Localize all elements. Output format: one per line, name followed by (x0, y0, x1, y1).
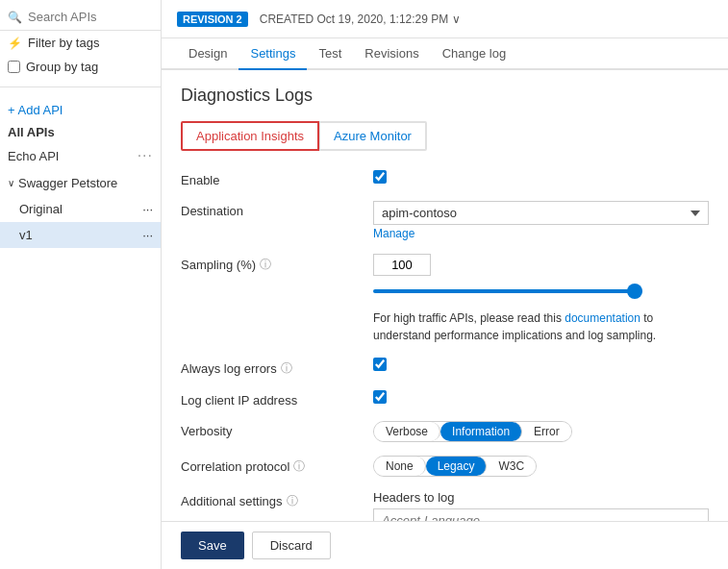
always-log-row: Always log errors ⓘ (181, 358, 709, 377)
headers-label: Headers to log (373, 490, 709, 505)
search-icon: 🔍 (8, 11, 22, 24)
group-checkbox[interactable] (8, 61, 20, 73)
sidebar-item-v1[interactable]: v1 ··· (0, 222, 161, 248)
sampling-label: Sampling (%) ⓘ (181, 254, 373, 273)
created-text: CREATED Oct 19, 2020, 1:12:29 PM (260, 12, 449, 26)
manage-link[interactable]: Manage (373, 227, 709, 240)
sidebar: 🔍 ⚡ Filter by tags Group by tag + Add AP… (0, 0, 162, 569)
top-bar: REVISION 2 CREATED Oct 19, 2020, 1:12:29… (162, 0, 728, 38)
log-client-ip-label: Log client IP address (181, 390, 373, 408)
tab-settings[interactable]: Settings (238, 38, 307, 70)
discard-button[interactable]: Discard (252, 532, 331, 559)
content-area: Diagnostics Logs Application Insights Az… (162, 70, 728, 521)
always-log-label: Always log errors ⓘ (181, 358, 373, 377)
all-apis-label: All APIs (0, 121, 161, 141)
correlation-group: None Legacy W3C (373, 456, 537, 477)
sampling-row: Sampling (%) ⓘ 100 (181, 254, 709, 296)
verbosity-verbose[interactable]: Verbose (374, 422, 440, 441)
documentation-link[interactable]: documentation (565, 311, 640, 325)
destination-label: Destination (181, 201, 373, 218)
echo-api-label: Echo API (8, 149, 59, 163)
sub-tab-azure-monitor[interactable]: Azure Monitor (319, 121, 427, 151)
tab-revisions[interactable]: Revisions (353, 38, 430, 70)
slider-container (373, 282, 709, 296)
additional-settings-label: Additional settings ⓘ (181, 490, 373, 509)
nav-tabs: Design Settings Test Revisions Change lo… (162, 38, 728, 70)
sub-tab-app-insights[interactable]: Application Insights (181, 121, 319, 151)
enable-checkbox[interactable] (373, 170, 387, 184)
always-log-info-icon[interactable]: ⓘ (281, 360, 292, 377)
log-client-ip-checkbox[interactable] (373, 390, 387, 404)
correlation-w3c[interactable]: W3C (487, 457, 536, 476)
correlation-row: Correlation protocol ⓘ None Legacy W3C (181, 456, 709, 477)
verbosity-control: Verbose Information Error (373, 421, 709, 442)
enable-row: Enable (181, 170, 709, 187)
revision-badge: REVISION 2 (177, 12, 248, 27)
enable-control (373, 170, 709, 186)
log-client-ip-control (373, 390, 709, 407)
verbosity-information[interactable]: Information (440, 422, 522, 441)
destination-select[interactable]: apim-contoso (373, 201, 709, 225)
main-panel: REVISION 2 CREATED Oct 19, 2020, 1:12:29… (162, 0, 728, 569)
add-api-button[interactable]: + Add API (0, 95, 161, 121)
info-text-before: For high traffic APIs, please read this (373, 311, 565, 325)
filter-label: Filter by tags (28, 36, 99, 50)
revision-chevron[interactable]: ∨ (452, 12, 461, 26)
v1-dots[interactable]: ··· (142, 228, 153, 242)
verbosity-error[interactable]: Error (522, 422, 571, 441)
revision-created: CREATED Oct 19, 2020, 1:12:29 PM ∨ (260, 12, 462, 26)
additional-info-icon[interactable]: ⓘ (287, 493, 298, 509)
sidebar-item-original[interactable]: Original ··· (0, 196, 161, 222)
info-text: For high traffic APIs, please read this … (373, 309, 709, 344)
verbosity-group: Verbose Information Error (373, 421, 572, 442)
headers-input[interactable] (373, 508, 709, 521)
log-client-ip-row: Log client IP address (181, 390, 709, 408)
tab-changelog[interactable]: Change log (431, 38, 518, 70)
save-button[interactable]: Save (181, 532, 244, 559)
add-api-label: + Add API (8, 103, 63, 117)
verbosity-label: Verbosity (181, 421, 373, 438)
v1-label: v1 (19, 228, 33, 242)
tab-design[interactable]: Design (177, 38, 238, 70)
additional-settings-row: Additional settings ⓘ Headers to log Num… (181, 490, 709, 521)
sampling-control: 100 (373, 254, 709, 296)
filter-icon: ⚡ (8, 37, 22, 50)
verbosity-row: Verbosity Verbose Information Error (181, 421, 709, 442)
sampling-input[interactable]: 100 (373, 254, 431, 276)
destination-row: Destination apim-contoso Manage (181, 201, 709, 240)
group-label: Group by tag (26, 60, 98, 74)
footer: Save Discard (162, 521, 728, 569)
correlation-label: Correlation protocol ⓘ (181, 456, 373, 475)
correlation-info-icon[interactable]: ⓘ (293, 458, 305, 475)
correlation-none[interactable]: None (374, 457, 426, 476)
additional-settings-control: Headers to log Number of payload bytes t… (373, 490, 709, 521)
tab-test[interactable]: Test (307, 38, 353, 70)
sidebar-item-swagger-petstore[interactable]: ∨ Swagger Petstore (0, 170, 161, 196)
sidebar-item-echo-api[interactable]: Echo API ··· (0, 141, 161, 170)
petstore-label: Swagger Petstore (18, 176, 117, 190)
correlation-legacy[interactable]: Legacy (426, 457, 488, 476)
group-by-tag[interactable]: Group by tag (0, 55, 161, 79)
always-log-control (373, 358, 709, 374)
enable-label: Enable (181, 170, 373, 187)
original-dots[interactable]: ··· (142, 202, 153, 216)
page-title: Diagnostics Logs (181, 86, 709, 106)
sampling-info-icon[interactable]: ⓘ (260, 257, 271, 273)
echo-api-dots[interactable]: ··· (138, 147, 153, 164)
sub-tabs: Application Insights Azure Monitor (181, 121, 709, 151)
always-log-checkbox[interactable] (373, 358, 387, 371)
search-input[interactable] (28, 10, 153, 24)
sampling-slider[interactable] (373, 289, 642, 293)
search-bar[interactable]: 🔍 (0, 4, 161, 31)
destination-control: apim-contoso Manage (373, 201, 709, 240)
correlation-control: None Legacy W3C (373, 456, 709, 477)
chevron-down-icon: ∨ (8, 178, 14, 188)
original-label: Original (19, 202, 63, 216)
filter-by-tags[interactable]: ⚡ Filter by tags (0, 31, 161, 55)
